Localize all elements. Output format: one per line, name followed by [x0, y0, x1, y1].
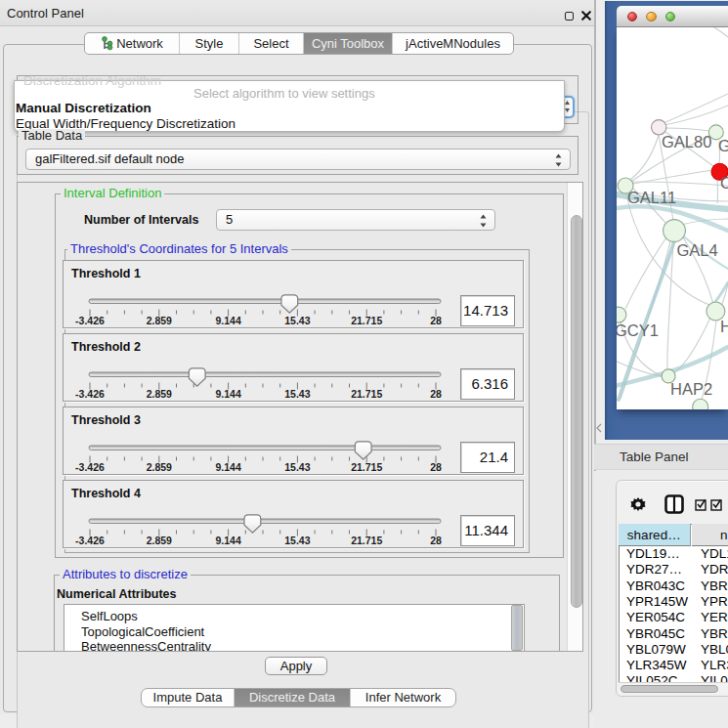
svg-text:15.43: 15.43 — [284, 315, 310, 326]
svg-text:2.859: 2.859 — [147, 461, 172, 473]
svg-text:-3.426: -3.426 — [75, 388, 105, 400]
svg-text:GAL4: GAL4 — [677, 241, 718, 259]
svg-text:21.715: 21.715 — [351, 535, 382, 546]
svg-text:GAL80: GAL80 — [662, 133, 711, 150]
svg-text:15.43: 15.43 — [284, 461, 310, 473]
svg-text:2.859: 2.859 — [147, 535, 172, 546]
svg-text:-3.426: -3.426 — [75, 535, 105, 546]
svg-text:9.144: 9.144 — [215, 388, 240, 400]
svg-text:21.715: 21.715 — [351, 461, 382, 473]
svg-text:9.144: 9.144 — [215, 461, 240, 473]
svg-text:21.715: 21.715 — [351, 315, 382, 326]
svg-text:15.43: 15.43 — [284, 388, 310, 400]
svg-text:9.144: 9.144 — [215, 315, 240, 326]
svg-text:GCY1: GCY1 — [617, 321, 659, 339]
svg-text:C: C — [720, 174, 728, 192]
svg-text:-3.426: -3.426 — [75, 315, 105, 326]
svg-text:H: H — [720, 318, 728, 335]
svg-text:28: 28 — [430, 535, 442, 546]
svg-text:9.144: 9.144 — [215, 535, 240, 546]
svg-text:-3.426: -3.426 — [75, 461, 105, 473]
svg-text:15.43: 15.43 — [284, 535, 310, 546]
svg-text:28: 28 — [430, 388, 442, 400]
svg-text:2.859: 2.859 — [147, 315, 172, 326]
svg-text:GAL11: GAL11 — [627, 189, 676, 206]
svg-text:GA: GA — [718, 137, 728, 154]
svg-text:28: 28 — [430, 461, 442, 473]
svg-text:HAP2: HAP2 — [670, 380, 712, 398]
svg-text:28: 28 — [430, 315, 442, 326]
svg-text:2.859: 2.859 — [147, 388, 172, 400]
svg-text:21.715: 21.715 — [351, 388, 382, 400]
